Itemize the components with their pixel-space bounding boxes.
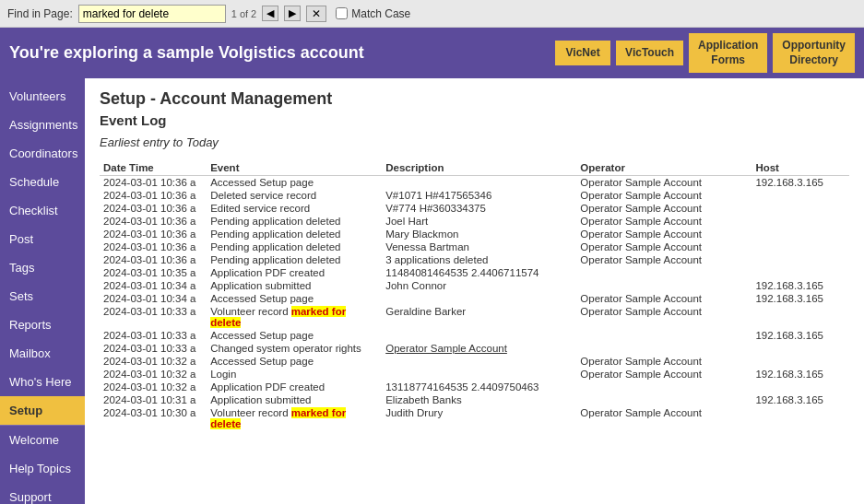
cell-datetime: 2024-03-01 10:33 a xyxy=(100,342,207,355)
cell-host xyxy=(752,355,849,368)
table-row: 2024-03-01 10:30 aVolunteer record marke… xyxy=(100,406,849,430)
cell-event: Pending application deleted xyxy=(207,253,382,266)
cell-operator: Operator Sample Account xyxy=(576,305,752,329)
cell-description: 3 applications deleted xyxy=(382,253,576,266)
cell-description[interactable]: Operator Sample Account xyxy=(382,342,576,355)
col-header-operator: Operator xyxy=(576,160,752,176)
sidebar-item-whoshere[interactable]: Who's Here xyxy=(0,368,85,396)
cell-description: Venessa Bartman xyxy=(382,240,576,253)
match-case-label[interactable]: Match Case xyxy=(351,7,410,20)
sidebar-item-helptopics[interactable]: Help Topics xyxy=(0,454,85,483)
cell-datetime: 2024-03-01 10:34 a xyxy=(100,279,207,292)
cell-datetime: 2024-03-01 10:36 a xyxy=(100,189,207,202)
sidebar-item-assignments[interactable]: Assignments xyxy=(0,111,85,139)
cell-operator xyxy=(576,266,752,279)
sidebar-item-post[interactable]: Post xyxy=(0,225,85,253)
cell-operator: Operator Sample Account xyxy=(576,189,752,202)
cell-event: Login xyxy=(207,368,382,381)
cell-description xyxy=(382,329,576,342)
header-title: You're exploring a sample Volgistics acc… xyxy=(9,43,550,63)
cell-operator: Operator Sample Account xyxy=(576,292,752,305)
cell-datetime: 2024-03-01 10:32 a xyxy=(100,381,207,393)
cell-description xyxy=(382,176,576,190)
cell-datetime: 2024-03-01 10:33 a xyxy=(100,305,207,329)
application-forms-button[interactable]: ApplicationForms xyxy=(689,33,767,73)
main-layout: Volunteers Assignments Coordinators Sche… xyxy=(0,78,864,504)
cell-description: Elizabeth Banks xyxy=(382,393,576,406)
cell-datetime: 2024-03-01 10:36 a xyxy=(100,240,207,253)
cell-description: Judith Drury xyxy=(382,406,576,430)
vicnet-button[interactable]: VicNet xyxy=(555,41,610,66)
sidebar-item-volunteers[interactable]: Volunteers xyxy=(0,82,85,111)
table-row: 2024-03-01 10:36 aAccessed Setup pageOpe… xyxy=(100,176,849,190)
cell-datetime: 2024-03-01 10:31 a xyxy=(100,393,207,406)
cell-event: Edited service record xyxy=(207,202,382,215)
match-case-checkbox[interactable] xyxy=(336,7,348,19)
cell-description: 13118774164535 2.4409750463 xyxy=(382,381,576,393)
sidebar-item-schedule[interactable]: Schedule xyxy=(0,168,85,196)
date-range: Earliest entry to Today xyxy=(100,135,849,149)
table-row: 2024-03-01 10:36 aPending application de… xyxy=(100,228,849,240)
table-row: 2024-03-01 10:34 aAccessed Setup pageOpe… xyxy=(100,292,849,305)
cell-description xyxy=(382,292,576,305)
cell-description: 11484081464535 2.4406711574 xyxy=(382,266,576,279)
table-row: 2024-03-01 10:33 aChanged system operato… xyxy=(100,342,849,355)
cell-host: 192.168.3.165 xyxy=(752,368,849,381)
sidebar-item-welcome[interactable]: Welcome xyxy=(0,425,85,454)
cell-host: 192.168.3.165 xyxy=(752,393,849,406)
cell-datetime: 2024-03-01 10:36 a xyxy=(100,202,207,215)
sidebar-item-setup[interactable]: Setup xyxy=(0,396,85,425)
section-title: Event Log xyxy=(100,112,849,128)
cell-operator xyxy=(576,329,752,342)
table-row: 2024-03-01 10:32 aApplication PDF create… xyxy=(100,381,849,393)
cell-description: John Connor xyxy=(382,279,576,292)
cell-host xyxy=(752,228,849,240)
cell-host: 192.168.3.165 xyxy=(752,292,849,305)
table-row: 2024-03-01 10:36 aEdited service recordV… xyxy=(100,202,849,215)
table-row: 2024-03-01 10:32 aAccessed Setup pageOpe… xyxy=(100,355,849,368)
table-body: 2024-03-01 10:36 aAccessed Setup pageOpe… xyxy=(100,176,849,431)
table-row: 2024-03-01 10:36 aPending application de… xyxy=(100,240,849,253)
cell-operator: Operator Sample Account xyxy=(576,202,752,215)
cell-operator: Operator Sample Account xyxy=(576,176,752,190)
cell-event: Pending application deleted xyxy=(207,215,382,228)
cell-operator: Operator Sample Account xyxy=(576,253,752,266)
col-header-host: Host xyxy=(752,160,849,176)
sidebar-item-coordinators[interactable]: Coordinators xyxy=(0,139,85,168)
find-close-button[interactable]: ✕ xyxy=(306,6,326,22)
table-row: 2024-03-01 10:31 aApplication submittedE… xyxy=(100,393,849,406)
sidebar-item-sets[interactable]: Sets xyxy=(0,282,85,311)
find-count: 1 of 2 xyxy=(231,8,257,19)
find-prev-button[interactable]: ◀ xyxy=(262,6,278,21)
find-next-button[interactable]: ▶ xyxy=(284,6,301,21)
cell-operator xyxy=(576,279,752,292)
opportunity-directory-button[interactable]: OpportunityDirectory xyxy=(773,33,855,73)
cell-host: 192.168.3.165 xyxy=(752,329,849,342)
cell-event: Deleted service record xyxy=(207,189,382,202)
cell-operator: Operator Sample Account xyxy=(576,240,752,253)
cell-host xyxy=(752,215,849,228)
cell-event: Accessed Setup page xyxy=(207,329,382,342)
match-case-area: Match Case xyxy=(336,7,410,20)
event-table: Date Time Event Description Operator Hos… xyxy=(100,160,849,430)
table-row: 2024-03-01 10:33 aVolunteer record marke… xyxy=(100,305,849,329)
cell-datetime: 2024-03-01 10:36 a xyxy=(100,253,207,266)
content-area: Setup - Account Management Event Log Ear… xyxy=(85,78,864,504)
table-row: 2024-03-01 10:36 aPending application de… xyxy=(100,253,849,266)
cell-host xyxy=(752,202,849,215)
cell-description xyxy=(382,355,576,368)
cell-event: Pending application deleted xyxy=(207,228,382,240)
cell-host xyxy=(752,406,849,430)
find-input[interactable] xyxy=(78,5,226,23)
sidebar-item-mailbox[interactable]: Mailbox xyxy=(0,339,85,368)
sidebar-item-tags[interactable]: Tags xyxy=(0,253,85,282)
cell-operator xyxy=(576,342,752,355)
sidebar-item-reports[interactable]: Reports xyxy=(0,311,85,339)
table-row: 2024-03-01 10:36 aPending application de… xyxy=(100,215,849,228)
cell-host: 192.168.3.165 xyxy=(752,279,849,292)
sidebar-item-support[interactable]: Support xyxy=(0,483,85,504)
cell-operator: Operator Sample Account xyxy=(576,355,752,368)
cell-datetime: 2024-03-01 10:30 a xyxy=(100,406,207,430)
sidebar-item-checklist[interactable]: Checklist xyxy=(0,196,85,225)
victouch-button[interactable]: VicTouch xyxy=(616,41,683,66)
